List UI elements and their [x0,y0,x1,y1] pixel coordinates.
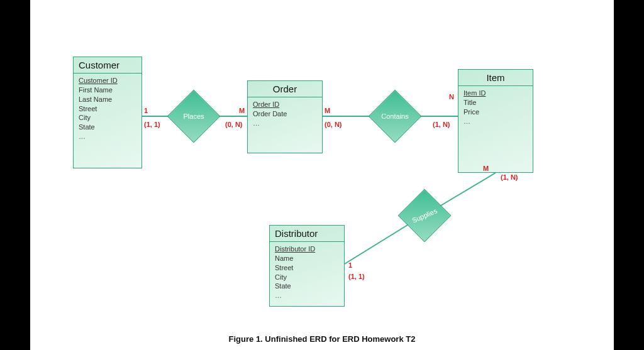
entity-attr: Street [275,263,339,273]
entity-customer-pk: Customer ID [79,76,136,85]
entity-item-pk: Item ID [464,89,528,98]
card-order-left-p: (0, N) [225,121,243,128]
card-item-bottom-n: M [483,165,489,172]
relationship-supplies: Supplies [398,202,451,229]
entity-customer: Customer Customer ID First Name Last Nam… [73,57,142,168]
entity-order-pk: Order ID [253,100,317,109]
card-distributor-right-p: (1, 1) [348,273,365,280]
relationship-contains: Contains [369,103,421,129]
entity-item-body: Item ID Title Price … [458,86,533,131]
entity-attr: Price [464,107,528,117]
entity-customer-body: Customer ID First Name Last Name Street … [74,74,142,146]
card-item-bottom-p: (1, N) [501,173,518,181]
entity-customer-title: Customer [74,57,142,74]
entity-attr: Order Date [253,109,317,119]
entity-more: … [79,132,136,141]
entity-more: … [253,119,317,128]
entity-order-body: Order ID Order Date … [248,97,322,133]
entity-attr: Last Name [79,95,136,104]
entity-order: Order Order ID Order Date … [247,80,323,153]
relationship-places: Places [167,103,220,129]
entity-item: Item Item ID Title Price … [458,69,533,173]
entity-attr: City [79,113,136,123]
entity-more: … [464,117,528,126]
entity-distributor-pk: Distributor ID [275,244,339,254]
entity-attr: City [275,273,339,282]
entity-attr: First Name [79,85,136,95]
entity-distributor-body: Distributor ID Name Street City State … [270,242,344,305]
card-distributor-right-n: 1 [348,261,352,269]
page: Customer Customer ID First Name Last Nam… [30,0,614,350]
entity-item-title: Item [458,70,533,86]
entity-attr: State [275,282,339,291]
card-order-right-n: M [325,107,330,114]
relationship-contains-label: Contains [369,103,421,129]
relationship-places-label: Places [167,103,220,129]
card-item-left-n: N [449,93,454,101]
figure-caption: Figure 1. Unfinished ERD for ERD Homewor… [30,334,614,344]
entity-more: … [275,291,339,300]
card-item-left-p: (1, N) [433,121,450,128]
figure-title: Unfinished ERD for ERD Homework T2 [265,334,415,344]
entity-attr: Name [275,254,339,263]
card-order-left-n: M [239,107,245,114]
entity-attr: Title [464,98,528,107]
entity-order-title: Order [248,81,322,97]
entity-distributor-title: Distributor [270,226,344,242]
entity-distributor: Distributor Distributor ID Name Street C… [269,225,345,307]
erd-canvas: Customer Customer ID First Name Last Nam… [30,0,614,350]
svg-line-4 [345,223,411,264]
entity-attr: State [79,123,136,132]
card-customer-out-n: 1 [144,107,148,114]
entity-attr: Street [79,104,136,114]
card-order-right-p: (0, N) [325,121,342,128]
figure-label: Figure 1. [229,334,263,344]
card-customer-out-p: (1, 1) [144,121,160,128]
